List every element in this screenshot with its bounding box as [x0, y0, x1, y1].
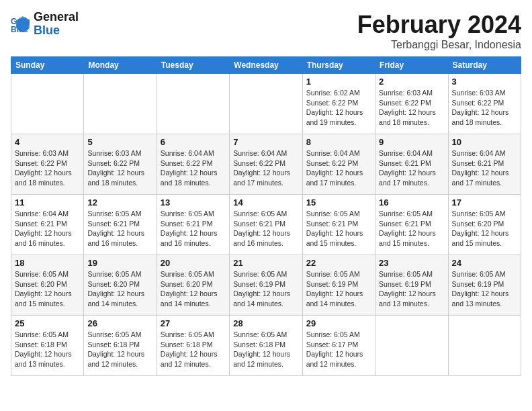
day-info: Sunrise: 6:03 AMSunset: 6:22 PMDaylight:… [87, 148, 152, 188]
calendar-body: 1Sunrise: 6:02 AMSunset: 6:22 PMDaylight… [11, 74, 521, 376]
calendar-cell: 3Sunrise: 6:03 AMSunset: 6:22 PMDaylight… [448, 74, 521, 134]
day-info: Sunrise: 6:05 AMSunset: 6:19 PMDaylight:… [233, 269, 298, 309]
calendar-cell: 19Sunrise: 6:05 AMSunset: 6:20 PMDayligh… [84, 255, 157, 316]
day-number: 28 [233, 318, 298, 328]
day-info: Sunrise: 6:04 AMSunset: 6:22 PMDaylight:… [161, 148, 226, 188]
calendar-cell: 17Sunrise: 6:05 AMSunset: 6:20 PMDayligh… [448, 195, 521, 255]
calendar-cell: 2Sunrise: 6:03 AMSunset: 6:22 PMDaylight… [375, 74, 448, 134]
day-info: Sunrise: 6:05 AMSunset: 6:18 PMDaylight:… [87, 330, 152, 369]
day-number: 6 [161, 137, 226, 147]
calendar-week-row: 4Sunrise: 6:03 AMSunset: 6:22 PMDaylight… [11, 134, 521, 195]
calendar-cell: 23Sunrise: 6:05 AMSunset: 6:19 PMDayligh… [375, 255, 448, 316]
weekday-header-cell: Monday [84, 57, 157, 74]
day-number: 29 [306, 318, 371, 328]
day-number: 26 [87, 318, 152, 328]
calendar-cell: 27Sunrise: 6:05 AMSunset: 6:18 PMDayligh… [157, 316, 229, 376]
weekday-header-cell: Saturday [448, 57, 521, 74]
calendar-cell [448, 316, 521, 376]
calendar-cell: 11Sunrise: 6:04 AMSunset: 6:21 PMDayligh… [11, 195, 84, 255]
calendar-cell: 29Sunrise: 6:05 AMSunset: 6:17 PMDayligh… [302, 316, 375, 376]
day-info: Sunrise: 6:04 AMSunset: 6:21 PMDaylight:… [15, 209, 80, 248]
day-info: Sunrise: 6:04 AMSunset: 6:21 PMDaylight:… [452, 148, 517, 188]
calendar-cell [157, 74, 229, 134]
calendar-cell: 15Sunrise: 6:05 AMSunset: 6:21 PMDayligh… [302, 195, 375, 255]
calendar-cell: 18Sunrise: 6:05 AMSunset: 6:20 PMDayligh… [11, 255, 84, 316]
day-info: Sunrise: 6:03 AMSunset: 6:22 PMDaylight:… [452, 88, 517, 128]
calendar-cell [84, 74, 157, 134]
day-number: 24 [452, 258, 517, 268]
calendar-cell: 4Sunrise: 6:03 AMSunset: 6:22 PMDaylight… [11, 134, 84, 195]
calendar-cell: 20Sunrise: 6:05 AMSunset: 6:20 PMDayligh… [157, 255, 229, 316]
calendar-week-row: 25Sunrise: 6:05 AMSunset: 6:18 PMDayligh… [11, 316, 521, 376]
calendar-cell: 25Sunrise: 6:05 AMSunset: 6:18 PMDayligh… [11, 316, 84, 376]
logo-icon: General Blue [11, 15, 30, 34]
calendar-cell: 1Sunrise: 6:02 AMSunset: 6:22 PMDaylight… [302, 74, 375, 134]
weekday-header-row: SundayMondayTuesdayWednesdayThursdayFrid… [11, 57, 521, 74]
calendar-cell: 8Sunrise: 6:04 AMSunset: 6:22 PMDaylight… [302, 134, 375, 195]
day-info: Sunrise: 6:05 AMSunset: 6:21 PMDaylight:… [87, 209, 152, 248]
day-number: 12 [87, 197, 152, 208]
calendar-cell: 9Sunrise: 6:04 AMSunset: 6:21 PMDaylight… [375, 134, 448, 195]
day-number: 11 [15, 197, 80, 208]
weekday-header-cell: Wednesday [230, 57, 302, 74]
day-info: Sunrise: 6:05 AMSunset: 6:17 PMDaylight:… [306, 330, 371, 369]
calendar-cell [375, 316, 448, 376]
day-number: 21 [233, 258, 298, 268]
day-info: Sunrise: 6:05 AMSunset: 6:21 PMDaylight:… [161, 209, 226, 248]
day-info: Sunrise: 6:05 AMSunset: 6:21 PMDaylight:… [379, 209, 444, 248]
calendar-cell [230, 74, 302, 134]
day-number: 14 [233, 197, 298, 208]
calendar-cell: 12Sunrise: 6:05 AMSunset: 6:21 PMDayligh… [84, 195, 157, 255]
calendar-table: SundayMondayTuesdayWednesdayThursdayFrid… [11, 56, 521, 376]
day-number: 16 [379, 197, 444, 208]
day-info: Sunrise: 6:05 AMSunset: 6:21 PMDaylight:… [306, 209, 371, 248]
day-number: 13 [161, 197, 226, 208]
logo-text-blue: Blue [34, 24, 79, 38]
calendar-cell: 6Sunrise: 6:04 AMSunset: 6:22 PMDaylight… [157, 134, 229, 195]
day-info: Sunrise: 6:05 AMSunset: 6:19 PMDaylight:… [379, 269, 444, 309]
day-number: 17 [452, 197, 517, 208]
day-number: 10 [452, 137, 517, 147]
logo-text-general: General [34, 11, 79, 24]
calendar-cell: 7Sunrise: 6:04 AMSunset: 6:22 PMDaylight… [230, 134, 302, 195]
day-info: Sunrise: 6:05 AMSunset: 6:20 PMDaylight:… [87, 269, 152, 309]
day-number: 19 [87, 258, 152, 268]
day-info: Sunrise: 6:04 AMSunset: 6:22 PMDaylight:… [233, 148, 298, 188]
day-number: 18 [15, 258, 80, 268]
day-info: Sunrise: 6:05 AMSunset: 6:21 PMDaylight:… [233, 209, 298, 248]
weekday-header-cell: Sunday [11, 57, 84, 74]
day-info: Sunrise: 6:05 AMSunset: 6:20 PMDaylight:… [161, 269, 226, 309]
calendar-week-row: 1Sunrise: 6:02 AMSunset: 6:22 PMDaylight… [11, 74, 521, 134]
calendar-cell: 10Sunrise: 6:04 AMSunset: 6:21 PMDayligh… [448, 134, 521, 195]
day-number: 5 [87, 137, 152, 147]
day-number: 9 [379, 137, 444, 147]
day-number: 23 [379, 258, 444, 268]
calendar-cell: 26Sunrise: 6:05 AMSunset: 6:18 PMDayligh… [84, 316, 157, 376]
calendar-cell: 21Sunrise: 6:05 AMSunset: 6:19 PMDayligh… [230, 255, 302, 316]
title-area: February 2024 Terbanggi Besar, Indonesia [357, 11, 521, 51]
day-number: 25 [15, 318, 80, 328]
day-info: Sunrise: 6:04 AMSunset: 6:21 PMDaylight:… [379, 148, 444, 188]
day-info: Sunrise: 6:03 AMSunset: 6:22 PMDaylight:… [379, 88, 444, 128]
day-info: Sunrise: 6:05 AMSunset: 6:18 PMDaylight:… [15, 330, 80, 369]
calendar-cell: 5Sunrise: 6:03 AMSunset: 6:22 PMDaylight… [84, 134, 157, 195]
logo: General Blue General Blue [11, 11, 79, 38]
day-number: 1 [306, 77, 371, 87]
day-number: 22 [306, 258, 371, 268]
month-year-title: February 2024 [357, 11, 521, 39]
day-info: Sunrise: 6:05 AMSunset: 6:20 PMDaylight:… [15, 269, 80, 309]
calendar-cell: 28Sunrise: 6:05 AMSunset: 6:18 PMDayligh… [230, 316, 302, 376]
day-info: Sunrise: 6:03 AMSunset: 6:22 PMDaylight:… [15, 148, 80, 188]
calendar-cell [11, 74, 84, 134]
day-number: 27 [161, 318, 226, 328]
location-subtitle: Terbanggi Besar, Indonesia [357, 39, 521, 51]
calendar-cell: 24Sunrise: 6:05 AMSunset: 6:19 PMDayligh… [448, 255, 521, 316]
weekday-header-cell: Thursday [302, 57, 375, 74]
day-info: Sunrise: 6:05 AMSunset: 6:20 PMDaylight:… [452, 209, 517, 248]
day-info: Sunrise: 6:05 AMSunset: 6:18 PMDaylight:… [161, 330, 226, 369]
day-info: Sunrise: 6:05 AMSunset: 6:18 PMDaylight:… [233, 330, 298, 369]
day-number: 4 [15, 137, 80, 147]
calendar-week-row: 11Sunrise: 6:04 AMSunset: 6:21 PMDayligh… [11, 195, 521, 255]
day-number: 2 [379, 77, 444, 87]
page-header: General Blue General Blue February 2024 … [11, 11, 521, 51]
